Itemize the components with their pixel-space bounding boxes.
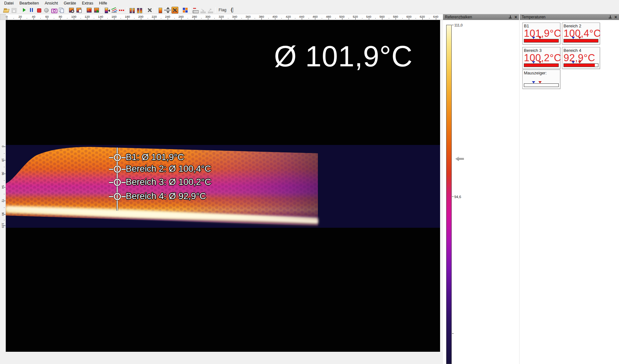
menu-item-ansicht[interactable]: Ansicht bbox=[42, 0, 61, 6]
red-threshold-marker[interactable] bbox=[538, 81, 542, 83]
tile-value: 100,4°C bbox=[564, 28, 601, 39]
scale-mid-tick bbox=[452, 196, 454, 197]
win-search-icon[interactable] bbox=[68, 7, 75, 14]
tile-bar-fill bbox=[564, 39, 598, 42]
measure-point-marker[interactable] bbox=[114, 166, 121, 173]
tile-bar-fill bbox=[524, 64, 558, 67]
curves-icon[interactable] bbox=[111, 7, 118, 14]
copy-icon[interactable] bbox=[58, 7, 64, 14]
h-ruler-tick bbox=[275, 18, 275, 20]
toolbar-separator bbox=[144, 7, 145, 13]
temperatures-panel-header[interactable]: Temperaturen × bbox=[520, 14, 619, 20]
h-ruler-minor-tick bbox=[107, 18, 108, 19]
red-threshold-marker[interactable] bbox=[578, 37, 581, 39]
red-threshold-marker[interactable] bbox=[538, 37, 542, 39]
tools-orange-icon[interactable] bbox=[172, 7, 178, 14]
blue-threshold-marker[interactable] bbox=[532, 61, 535, 63]
blue-threshold-marker[interactable] bbox=[572, 37, 575, 39]
h-ruler-minor-tick bbox=[40, 18, 41, 19]
h-ruler-minor-tick bbox=[295, 18, 295, 19]
reference-bar-panel-header[interactable]: Referenzbalken × bbox=[443, 14, 519, 20]
tools-icon[interactable] bbox=[146, 7, 153, 14]
scale-pointer-arrow[interactable] bbox=[455, 157, 464, 161]
close-icon[interactable]: × bbox=[614, 15, 617, 19]
h-ruler-minor-tick bbox=[281, 18, 282, 19]
measure-point-label: Bereich 4: Ø 92,9°C bbox=[126, 191, 206, 201]
menu-item-bearbeiten[interactable]: Bearbeiten bbox=[16, 0, 42, 6]
brace-icon[interactable] bbox=[229, 7, 234, 14]
pin-icon[interactable] bbox=[608, 15, 612, 19]
menu-item-geräte[interactable]: Geräte bbox=[61, 0, 79, 6]
toolbar-separator bbox=[102, 7, 102, 13]
measure-point-label: Bereich 3: Ø 100,2°C bbox=[126, 177, 211, 187]
h-ruler-minor-tick bbox=[241, 18, 242, 19]
menu-item-hilfe[interactable]: Hilfe bbox=[96, 0, 110, 6]
h-ruler-minor-tick bbox=[389, 18, 389, 19]
temperature-tile-bereich-4[interactable]: Bereich 492,9°C bbox=[562, 47, 600, 69]
stop-icon[interactable] bbox=[35, 7, 42, 14]
pause-icon[interactable] bbox=[28, 7, 35, 14]
temperature-tile-b1[interactable]: B1101,9°C bbox=[522, 23, 560, 44]
reference-bar-panel-title: Referenzbalken bbox=[445, 15, 508, 19]
measure-icon[interactable] bbox=[192, 7, 199, 14]
tile-label: Mauszeiger: bbox=[524, 71, 547, 75]
temperature-tile-bereich-3[interactable]: Bereich 3100,2°C bbox=[522, 47, 560, 69]
close-icon[interactable]: × bbox=[515, 15, 517, 19]
colorbar-icon[interactable] bbox=[157, 7, 163, 14]
h-ruler-minor-tick bbox=[335, 18, 336, 19]
v-ruler-tick bbox=[4, 225, 5, 226]
blue-threshold-marker[interactable] bbox=[532, 37, 535, 39]
h-ruler-minor-tick bbox=[161, 18, 161, 19]
reference-color-scale[interactable] bbox=[446, 25, 452, 364]
range-plus-icon[interactable] bbox=[129, 7, 135, 14]
v-ruler-minor-tick bbox=[4, 180, 5, 181]
h-ruler-minor-tick bbox=[201, 18, 201, 19]
h-ruler-minor-tick bbox=[81, 18, 81, 19]
record-icon[interactable] bbox=[43, 7, 50, 14]
h-ruler-tick bbox=[382, 18, 382, 20]
v-ruler-tick bbox=[4, 201, 5, 201]
h-ruler-tick bbox=[235, 18, 235, 20]
mosaic-icon[interactable] bbox=[182, 7, 189, 14]
win-copy-icon[interactable] bbox=[75, 7, 82, 14]
blue-threshold-marker[interactable] bbox=[532, 81, 535, 83]
h-ruler-tick bbox=[168, 18, 168, 20]
h-ruler-tick bbox=[422, 18, 423, 20]
h-ruler-tick bbox=[315, 18, 315, 20]
measure-point-marker[interactable] bbox=[114, 193, 121, 200]
blue-threshold-marker[interactable] bbox=[572, 61, 575, 63]
camera-icon[interactable] bbox=[50, 7, 57, 14]
h-ruler-tick bbox=[87, 18, 87, 20]
v-ruler-minor-tick bbox=[4, 194, 5, 194]
play-icon[interactable] bbox=[21, 7, 27, 14]
v-ruler-tick bbox=[4, 214, 5, 215]
h-ruler-minor-tick bbox=[67, 18, 67, 19]
scale-max-label: 111,0 bbox=[454, 23, 463, 27]
red-threshold-marker[interactable] bbox=[578, 61, 581, 63]
red-threshold-marker[interactable] bbox=[538, 61, 542, 63]
tile-bar-fill bbox=[524, 39, 558, 42]
range-minus-icon[interactable] bbox=[136, 7, 143, 14]
h-ruler-tick bbox=[208, 18, 208, 20]
v-ruler-tick bbox=[4, 160, 5, 160]
menu-item-extras[interactable]: Extras bbox=[79, 0, 96, 6]
isotherm-icon[interactable] bbox=[118, 7, 125, 14]
menu-item-datei[interactable]: Datei bbox=[1, 0, 16, 6]
mouse-pointer-tile[interactable]: Mauszeiger: bbox=[522, 70, 560, 89]
measure-point-marker[interactable] bbox=[114, 179, 121, 186]
folder-open-icon[interactable] bbox=[3, 7, 10, 14]
h-ruler-tick bbox=[20, 18, 21, 20]
v-ruler-minor-tick bbox=[4, 207, 5, 208]
win-export-icon[interactable] bbox=[93, 7, 100, 14]
h-ruler-minor-tick bbox=[429, 18, 429, 19]
h-ruler-minor-tick bbox=[268, 18, 269, 19]
palette-icon[interactable] bbox=[103, 7, 110, 14]
thermal-image-canvas[interactable]: Ø 101,9°C B1: Ø 101,9°CBereich 2: Ø 100,… bbox=[6, 20, 440, 352]
measure-point-marker[interactable] bbox=[114, 154, 121, 161]
temperatures-panel-title: Temperaturen bbox=[522, 15, 608, 19]
pin-icon[interactable] bbox=[508, 15, 512, 19]
horizontal-ruler: 0204060801001201401601802002202402602803… bbox=[6, 14, 443, 20]
temperature-tile-bereich-2[interactable]: Bereich 2100,4°C bbox=[562, 23, 600, 44]
autoscale-icon[interactable] bbox=[164, 7, 171, 14]
win-close-icon[interactable] bbox=[86, 7, 93, 14]
